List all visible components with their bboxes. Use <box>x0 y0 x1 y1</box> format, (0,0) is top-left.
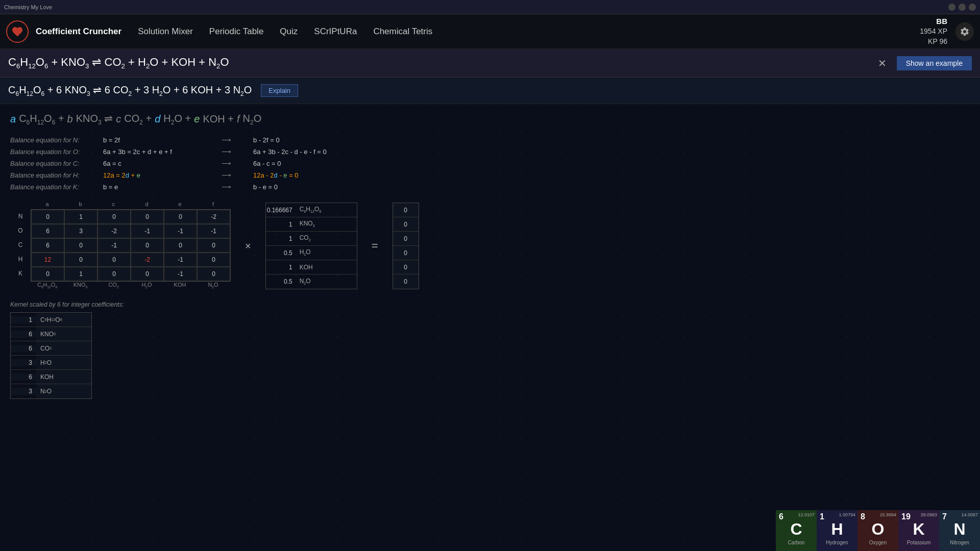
nav-periodic-table[interactable]: Periodic Table <box>209 27 263 37</box>
cell-n-f: -2 <box>197 210 230 224</box>
result-5: 0 <box>393 274 419 289</box>
close-button[interactable]: ✕ <box>874 55 891 71</box>
nav-scripture[interactable]: SCrIPtURa <box>314 27 357 37</box>
var-c: c <box>116 113 121 125</box>
equals-sign: = <box>368 239 382 253</box>
col-header-a: a <box>31 201 64 209</box>
nav-solution-mixer[interactable]: Solution Mixer <box>138 27 193 37</box>
kernel-table: 1 C6H12O6 6 KNO3 6 CO2 3 H2O 6 KOH 3 N2O <box>10 312 92 399</box>
nav-quiz[interactable]: Quiz <box>280 27 298 37</box>
matrix-footer: C6H12O6 KNO3 CO2 H2O KOH N2O <box>31 282 231 291</box>
bb-label: BB <box>920 16 947 27</box>
kernel-scaled-row-1: 6 KNO3 <box>11 327 91 341</box>
balance-section: Balance equation for N: b = 2f ⟶ b - 2f … <box>10 136 970 191</box>
footer-n2o: N2O <box>197 282 230 291</box>
kernel-scaled-row-5: 3 N2O <box>11 384 91 398</box>
kernel-row-2: 1 CO2 <box>266 232 357 246</box>
var-d: d <box>155 113 160 125</box>
cell-h-b: 0 <box>64 253 97 267</box>
xp-block: BB 1954 XP KP 96 <box>920 16 947 46</box>
row-label-k: K <box>10 266 31 281</box>
cell-c-e: 0 <box>164 238 197 253</box>
kernel-row-1: 1 KNO3 <box>266 217 357 232</box>
kernel-scaled-row-3: 3 H2O <box>11 356 91 370</box>
balance-row-o: Balance equation for O: 6a + 3b = 2c + d… <box>10 148 970 156</box>
result-1: 0 <box>393 217 419 232</box>
logo <box>6 20 29 43</box>
element-oxygen[interactable]: 8 15.9994 O Oxygen <box>857 510 898 551</box>
cell-c-d: 0 <box>131 238 164 253</box>
cell-o-a: 6 <box>31 224 64 238</box>
footer-kno3: KNO3 <box>64 282 97 291</box>
matrix-body: N O C H K 0 1 0 0 0 -2 <box>10 209 231 282</box>
var-f: f <box>237 113 240 125</box>
result-3: 0 <box>393 246 419 260</box>
var-a: a <box>10 113 16 125</box>
cell-h-a: 12 <box>31 253 64 267</box>
cell-k-f: 0 <box>197 267 230 281</box>
xp-points: 1954 XP <box>920 27 947 37</box>
row-label-h: H <box>10 252 31 266</box>
solution-line: C6H12O6 + 6 KNO3 ⇌ 6 CO2 + 3 H2O + 6 KOH… <box>0 78 980 104</box>
footer-h2o: H2O <box>130 282 163 291</box>
app-title: Chemistry My Love <box>4 4 52 10</box>
result-4: 0 <box>393 260 419 274</box>
show-example-button[interactable]: Show an example <box>897 56 972 70</box>
cell-n-e: 0 <box>164 210 197 224</box>
cell-o-c: -2 <box>97 224 131 238</box>
element-hydrogen[interactable]: 1 1.00794 H Hydrogen <box>817 510 857 551</box>
cell-n-d: 0 <box>131 210 164 224</box>
kernel-row-0: 0.166667 C6H12O6 <box>266 203 357 217</box>
result-matrix: 0 0 0 0 0 0 <box>393 203 419 289</box>
matrix-col-headers: a b c d e f <box>31 201 231 209</box>
cell-k-c: 0 <box>97 267 131 281</box>
nav-right: BB 1954 XP KP 96 <box>920 16 974 46</box>
equation-banner: C6H12O6 + KNO3 ⇌ CO2 + H2O + KOH + N2O ✕… <box>0 49 980 78</box>
cell-o-f: -1 <box>197 224 230 238</box>
cell-n-a: 0 <box>31 210 64 224</box>
kernel-vector-body: 0.166667 C6H12O6 1 KNO3 1 CO2 0.5 H2O 1 <box>265 203 357 289</box>
explain-button[interactable]: Explain <box>261 84 298 97</box>
cell-c-f: 0 <box>197 238 230 253</box>
element-potassium[interactable]: 19 39.0983 K Potassium <box>898 510 939 551</box>
kernel-scaled-row-4: 6 KOH <box>11 370 91 384</box>
element-carbon[interactable]: 6 12.0107 C Carbon <box>776 510 817 551</box>
nav-coefficient-cruncher[interactable]: Coefficient Cruncher <box>36 27 121 37</box>
row-labels: N O C H K <box>10 209 31 282</box>
kernel-scaled-row-2: 6 CO2 <box>11 341 91 356</box>
kernel-scaled-row-0: 1 C6H12O6 <box>11 313 91 327</box>
cell-c-b: 0 <box>64 238 97 253</box>
cell-k-b: 1 <box>64 267 97 281</box>
element-nitrogen[interactable]: 7 14.0067 N Nitrogen <box>939 510 980 551</box>
col-header-b: b <box>64 201 97 209</box>
title-bar: Chemistry My Love <box>0 0 980 14</box>
footer-c6: C6H12O6 <box>31 282 64 291</box>
times-sign: × <box>241 240 255 252</box>
row-label-c: C <box>10 238 31 252</box>
balance-row-c: Balance equation for C: 6a = c ⟶ 6a - c … <box>10 160 970 167</box>
matrix-row-k: 0 1 0 0 -1 0 <box>31 267 230 281</box>
cell-h-e: -1 <box>164 253 197 267</box>
minimize-button[interactable] <box>948 4 955 11</box>
nav-links: Coefficient Cruncher Solution Mixer Peri… <box>36 27 432 37</box>
cell-k-e: -1 <box>164 267 197 281</box>
main-content: a C6H12O6 + b KNO3 ⇌ c CO2 + d H2O + e K… <box>0 104 980 407</box>
matrix-grid: 0 1 0 0 0 -2 6 3 -2 -1 -1 -1 <box>31 209 231 282</box>
matrix-row-n: 0 1 0 0 0 -2 <box>31 210 230 224</box>
element-tiles: 6 12.0107 C Carbon 1 1.00794 H Hydrogen … <box>776 510 980 551</box>
matrix-row-c: 6 0 -1 0 0 0 <box>31 238 230 253</box>
close-button[interactable] <box>969 4 976 11</box>
footer-koh: KOH <box>163 282 197 291</box>
col-header-d: d <box>130 201 163 209</box>
settings-button[interactable] <box>955 22 974 41</box>
balance-row-h: Balance equation for H: 12a = 2d + e ⟶ 1… <box>10 171 970 179</box>
cell-n-b: 1 <box>64 210 97 224</box>
matrix-section: a b c d e f N O C H K 0 <box>10 201 970 291</box>
nav-chemical-tetris[interactable]: Chemical Tetris <box>373 27 432 37</box>
cell-n-c: 0 <box>97 210 131 224</box>
navbar: Coefficient Cruncher Solution Mixer Peri… <box>0 14 980 49</box>
maximize-button[interactable] <box>959 4 966 11</box>
solution-equation: C6H12O6 + 6 KNO3 ⇌ 6 CO2 + 3 H2O + 6 KOH… <box>8 84 252 97</box>
window-controls[interactable] <box>948 4 976 11</box>
kernel-vector: 0.166667 C6H12O6 1 KNO3 1 CO2 0.5 H2O 1 <box>265 203 357 289</box>
